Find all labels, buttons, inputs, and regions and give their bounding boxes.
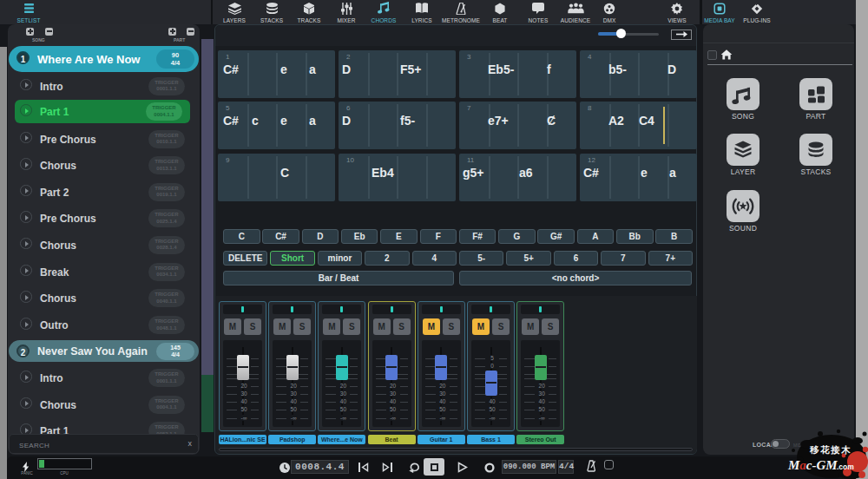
svg-text:移花接木: 移花接木	[809, 444, 852, 455]
svg-text:Mac-GM: Mac-GM	[787, 458, 838, 472]
svg-text:.com: .com	[837, 463, 854, 471]
